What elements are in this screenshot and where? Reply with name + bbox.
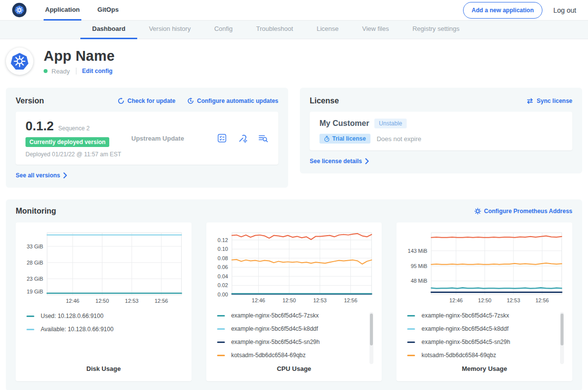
version-number: 0.1.2 xyxy=(25,119,54,134)
sync-arrows-icon xyxy=(526,98,534,104)
svg-text:28 GiB: 28 GiB xyxy=(26,260,43,266)
legend-color-dash xyxy=(217,315,225,317)
configure-prometheus-link[interactable]: Configure Prometheus Address xyxy=(474,208,572,215)
svg-text:0.10: 0.10 xyxy=(218,246,228,252)
legend-item: example-nginx-5bc6f5d4c5-sn29h xyxy=(217,339,366,345)
svg-text:12:50: 12:50 xyxy=(478,297,491,303)
monitoring-title: Monitoring xyxy=(16,207,474,216)
svg-text:0.06: 0.06 xyxy=(218,264,228,270)
tab-view-files[interactable]: View files xyxy=(350,25,401,39)
page-title: App Name xyxy=(44,48,115,64)
deployed-timestamp: Deployed 01/21/22 @ 11:57 am EST xyxy=(25,151,131,158)
version-sequence: Sequence 2 xyxy=(58,125,90,132)
see-license-details-link[interactable]: See license details xyxy=(310,158,369,165)
svg-text:12:56: 12:56 xyxy=(344,297,357,303)
status-ready-dot xyxy=(44,69,48,73)
svg-text:143 MiB: 143 MiB xyxy=(408,248,427,254)
svg-text:23 GiB: 23 GiB xyxy=(26,276,43,282)
legend-item: example-nginx-5bc6f5d4c5-sn29h xyxy=(407,339,556,345)
svg-text:12:53: 12:53 xyxy=(125,298,139,304)
legend-label: kotsadm-5db6dc6584-69qbz xyxy=(421,352,496,359)
legend-label: example-nginx-5bc6f5d4c5-sn29h xyxy=(421,339,510,345)
legend-item: kotsadm-5db6dc6584-69qbz xyxy=(407,352,556,359)
legend-item: example-nginx-5bc6f5d4c5-7zskx xyxy=(407,312,556,319)
see-all-versions-label: See all versions xyxy=(16,172,60,179)
release-notes-icon[interactable] xyxy=(217,133,227,144)
sync-license-link[interactable]: Sync license xyxy=(526,98,572,104)
refresh-icon xyxy=(118,98,124,104)
svg-text:12:56: 12:56 xyxy=(154,298,168,304)
legend-color-dash xyxy=(217,341,225,343)
check-for-update-label: Check for update xyxy=(127,98,175,104)
see-all-versions-link[interactable]: See all versions xyxy=(16,172,67,179)
svg-text:12:53: 12:53 xyxy=(507,297,520,303)
tab-dashboard[interactable]: Dashboard xyxy=(80,25,137,39)
cpu-usage-card: 0.120.100.080.060.040.020.0012:4612:5012… xyxy=(206,222,382,381)
view-logs-search-icon[interactable] xyxy=(258,133,269,144)
legend-color-dash xyxy=(407,341,415,343)
configure-automatic-updates-label: Configure automatic updates xyxy=(197,98,278,104)
edit-config-link[interactable]: Edit config xyxy=(82,68,113,74)
legend-color-dash xyxy=(407,355,415,356)
chart-title: Disk Usage xyxy=(23,365,185,373)
svg-text:12:50: 12:50 xyxy=(96,298,109,304)
legend-item: kotsadm-5db6dc6584-69qbz xyxy=(217,352,366,359)
configure-prometheus-label: Configure Prometheus Address xyxy=(484,208,572,215)
logout-button[interactable]: Log out xyxy=(553,6,576,14)
check-for-update-link[interactable]: Check for update xyxy=(118,98,175,104)
app-tabs-bar: Dashboard Version history Config Trouble… xyxy=(0,21,588,39)
memory-usage-chart: 143 MiB95 MiB48 MiB12:4612:5012:5312:56 xyxy=(403,229,565,306)
topnav-tab-gitops[interactable]: GitOps xyxy=(96,0,120,21)
svg-text:48 MiB: 48 MiB xyxy=(411,278,428,284)
tab-registry-settings[interactable]: Registry settings xyxy=(401,25,471,39)
legend-label: example-nginx-5bc6f5d4c5-sn29h xyxy=(231,339,320,345)
chart-legend: example-nginx-5bc6f5d4c5-7zskxexample-ng… xyxy=(213,311,375,365)
legend-item: example-nginx-5bc6f5d4c5-k8ddf xyxy=(407,325,556,332)
topnav-tab-application[interactable]: Application xyxy=(44,0,81,21)
svg-text:33 GiB: 33 GiB xyxy=(26,244,43,249)
license-expiration: Does not expire xyxy=(377,135,421,143)
top-navbar: Application GitOps Add a new application… xyxy=(0,0,588,21)
license-type-label: Trial license xyxy=(332,135,366,142)
license-details-panel: My Customer Unstable Trial license xyxy=(310,112,572,150)
add-application-button[interactable]: Add a new application xyxy=(463,2,543,19)
tab-version-history[interactable]: Version history xyxy=(137,25,202,39)
stopwatch-icon xyxy=(324,136,330,142)
current-version-panel: 0.1.2 Sequence 2 Currently deployed vers… xyxy=(16,112,278,165)
svg-text:0.00: 0.00 xyxy=(218,292,228,297)
kubernetes-logo-icon[interactable] xyxy=(12,2,27,18)
chart-legend: Used: 10.128.0.66:9100Available: 10.128.… xyxy=(23,312,185,365)
svg-text:12:46: 12:46 xyxy=(449,297,463,303)
disk-usage-chart: 33 GiB28 GiB23 GiB19 GiB12:4612:5012:531… xyxy=(23,229,185,307)
legend-label: Available: 10.128.0.66:9100 xyxy=(41,326,114,333)
legend-color-dash xyxy=(26,329,34,330)
legend-scrollbar[interactable] xyxy=(560,312,564,364)
config-wrench-icon[interactable] xyxy=(237,133,248,144)
chart-legend: example-nginx-5bc6f5d4c5-7zskxexample-ng… xyxy=(403,311,565,365)
see-license-details-label: See license details xyxy=(310,158,362,165)
chevron-right-icon xyxy=(365,158,369,164)
kubernetes-app-icon xyxy=(10,52,29,71)
license-card-title: License xyxy=(310,97,526,105)
svg-text:0.04: 0.04 xyxy=(218,273,228,279)
legend-label: Used: 10.128.0.66:9100 xyxy=(41,313,103,319)
gear-icon xyxy=(474,208,481,215)
svg-text:12:56: 12:56 xyxy=(536,297,549,303)
svg-text:12:53: 12:53 xyxy=(313,297,326,303)
svg-text:0.08: 0.08 xyxy=(218,255,228,261)
tab-troubleshoot[interactable]: Troubleshoot xyxy=(245,25,305,39)
legend-item: example-nginx-5bc6f5d4c5-k8ddf xyxy=(217,325,366,332)
legend-label: example-nginx-5bc6f5d4c5-7zskx xyxy=(421,312,509,319)
customer-name: My Customer xyxy=(319,119,369,128)
tab-license[interactable]: License xyxy=(305,25,350,39)
chevron-right-icon xyxy=(63,172,67,178)
auto-update-clock-icon xyxy=(187,98,194,104)
tab-config[interactable]: Config xyxy=(202,25,245,39)
configure-automatic-updates-link[interactable]: Configure automatic updates xyxy=(187,98,278,104)
deployed-version-badge: Currently deployed version xyxy=(25,137,109,147)
legend-color-dash xyxy=(217,328,225,330)
legend-color-dash xyxy=(407,328,415,330)
legend-label: example-nginx-5bc6f5d4c5-7zskx xyxy=(231,312,319,319)
legend-scrollbar[interactable] xyxy=(369,312,373,364)
legend-label: example-nginx-5bc6f5d4c5-k8ddf xyxy=(231,325,318,332)
